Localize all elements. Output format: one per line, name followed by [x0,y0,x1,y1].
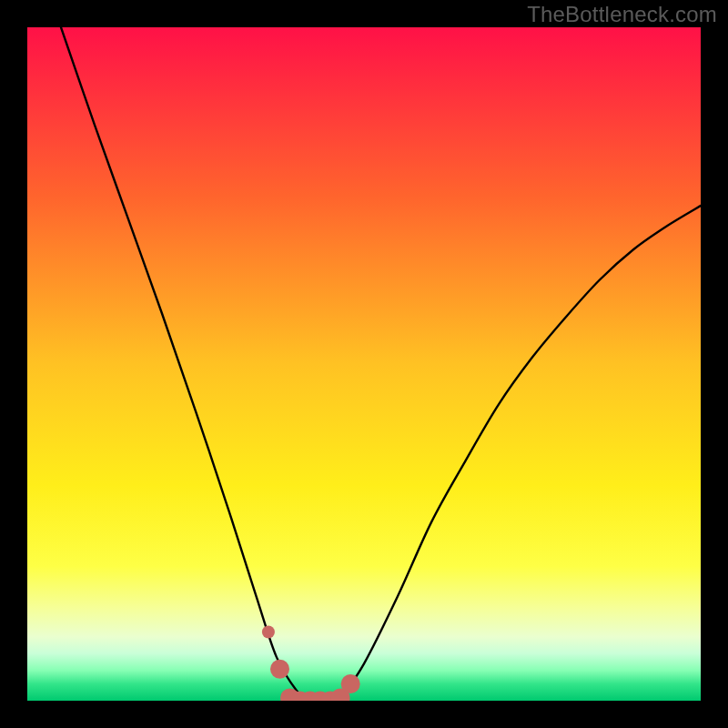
plot-area [27,27,701,701]
watermark-text: TheBottleneck.com [527,2,717,27]
gradient-background [27,27,701,701]
chart-outer-frame: TheBottleneck.com [0,0,728,728]
svg-rect-0 [27,27,701,701]
